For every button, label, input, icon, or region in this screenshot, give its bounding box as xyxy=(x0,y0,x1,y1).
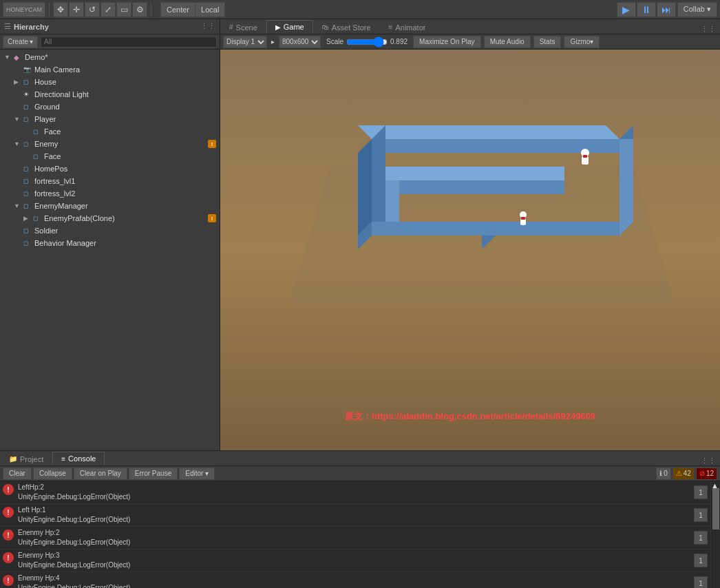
tab-animator[interactable]: ≡ Animator xyxy=(380,20,435,34)
game-panel: # Scene ▶ Game 🛍 Asset Store ≡ Animator … xyxy=(220,19,720,450)
log-count-5: 1 xyxy=(694,576,708,588)
move-tool[interactable]: ✛ xyxy=(69,2,84,17)
log-entry-4[interactable]: ! Enenmy Hp:3 UnityEngine.Debug:LogError… xyxy=(0,549,710,572)
error-pause-button[interactable]: Error Pause xyxy=(129,468,178,480)
log-text-5: Enenmy Hp:4 UnityEngine.Debug:LogError(O… xyxy=(18,574,691,588)
pause-button[interactable]: ⏸ xyxy=(637,2,656,17)
badge-warning: ⚠ 42 xyxy=(673,468,695,480)
center-local-toggle[interactable]: Center Local xyxy=(160,2,225,17)
arrow-enemy-prefab: ▶ xyxy=(23,215,33,222)
hierarchy-item-player[interactable]: ▼ ◻ Player xyxy=(0,113,220,125)
collab-button[interactable]: Collab ▾ xyxy=(677,2,717,17)
hierarchy-item-fortress1[interactable]: ◻ fortress_lvl1 xyxy=(0,175,220,187)
mute-audio-btn[interactable]: Mute Audio xyxy=(484,36,531,48)
log-line1-3: Enenmy Hp:2 xyxy=(18,528,691,538)
scroll-thumb[interactable] xyxy=(712,488,719,529)
label-face-2: Face xyxy=(44,152,61,160)
svg-rect-16 xyxy=(583,155,587,158)
honeycam-logo: HONEYCAM xyxy=(3,2,45,17)
log-scrollbar[interactable]: ▲ xyxy=(710,481,720,588)
hierarchy-item-enemy[interactable]: ▼ ◻ Enemy ! xyxy=(0,138,220,150)
editor-button[interactable]: Editor ▾ xyxy=(179,468,215,480)
bottom-tabs-menu[interactable]: ⋮⋮ xyxy=(697,456,720,465)
collapse-button[interactable]: Collapse xyxy=(33,468,72,480)
log-count-4: 1 xyxy=(694,554,708,567)
hierarchy-item-fortress2[interactable]: ◻ fortress_lvl2 xyxy=(0,187,220,200)
hierarchy-item-homepos[interactable]: ◻ HomePos xyxy=(0,162,220,175)
console-toolbar: Clear Collapse Clear on Play Error Pause… xyxy=(0,466,720,481)
hierarchy-item-enemy-manager[interactable]: ▼ ◻ EnemyManager xyxy=(0,200,220,212)
scene-icon: ◆ xyxy=(14,54,23,61)
center-label[interactable]: Center xyxy=(161,3,195,17)
svg-marker-10 xyxy=(358,139,372,235)
hierarchy-item-behavior-manager[interactable]: ◻ Behavior Manager xyxy=(0,237,220,249)
resolution-select[interactable]: 800x600 xyxy=(279,36,321,48)
rect-tool[interactable]: ▭ xyxy=(116,2,131,17)
tab-game[interactable]: ▶ Game xyxy=(266,20,313,34)
label-player: Player xyxy=(34,115,56,123)
maximize-on-play-btn[interactable]: Maximize On Play xyxy=(413,36,481,48)
scene-label: Demo* xyxy=(25,53,48,61)
hierarchy-item-house[interactable]: ▶ ◻ House xyxy=(0,76,220,88)
label-ground: Ground xyxy=(34,103,60,111)
scale-slider[interactable] xyxy=(346,38,388,46)
log-text-2: Left Hp:1 UnityEngine.Debug:LogError(Obj… xyxy=(18,505,691,525)
log-line2-5: UnityEngine.Debug:LogError(Object) xyxy=(18,583,691,588)
bottom-tabs-bar: 📁 Project ≡ Console ⋮⋮ xyxy=(0,451,720,466)
log-entry-5[interactable]: ! Enenmy Hp:4 UnityEngine.Debug:LogError… xyxy=(0,572,710,588)
rotate-tool[interactable]: ↺ xyxy=(85,2,100,17)
gizmos-btn[interactable]: Gizmo ▾ xyxy=(564,36,600,48)
hierarchy-item-soldier[interactable]: ◻ Soldier xyxy=(0,224,220,237)
log-line1-2: Left Hp:1 xyxy=(18,505,691,515)
hierarchy-item-face-1[interactable]: ◻ Face xyxy=(0,125,220,138)
log-entry-2[interactable]: ! Left Hp:1 UnityEngine.Debug:LogError(O… xyxy=(0,504,710,527)
scene-arrow: ▼ xyxy=(4,54,14,61)
log-icon-5: ! xyxy=(3,575,14,586)
multi-tool[interactable]: ⚙ xyxy=(132,2,147,17)
hierarchy-item-face-2[interactable]: ◻ Face xyxy=(0,150,220,162)
tab-asset-store[interactable]: 🛍 Asset Store xyxy=(313,20,380,34)
log-container: ! LeftHp:2 UnityEngine.Debug:LogError(Ob… xyxy=(0,481,720,588)
scale-tool[interactable]: ⤢ xyxy=(100,2,116,17)
log-entry-3[interactable]: ! Enenmy Hp:2 UnityEngine.Debug:LogError… xyxy=(0,527,710,549)
display-select[interactable]: Display 1 xyxy=(223,36,267,48)
clear-on-play-button[interactable]: Clear on Play xyxy=(74,468,127,480)
hierarchy-item-enemy-prefab[interactable]: ▶ ◻ EnemyPrafab(Clone) ! xyxy=(0,212,220,224)
log-line2-1: UnityEngine.Debug:LogError(Object) xyxy=(18,492,691,502)
face2-icon: ◻ xyxy=(33,153,43,160)
hierarchy-item-ground[interactable]: ◻ Ground xyxy=(0,101,220,113)
tab-console[interactable]: ≡ Console xyxy=(52,452,105,465)
arrow-player: ▼ xyxy=(14,116,23,123)
stats-btn[interactable]: Stats xyxy=(533,36,562,48)
hierarchy-item-directional-light[interactable]: ☀ Directional Light xyxy=(0,88,220,101)
hand-tool[interactable]: ✥ xyxy=(53,2,68,17)
step-button[interactable]: ⏭ xyxy=(657,2,676,17)
fortress2-icon: ◻ xyxy=(23,190,33,197)
svg-marker-8 xyxy=(385,180,399,222)
err-icon: ⊘ xyxy=(699,470,705,477)
tab-scene[interactable]: # Scene xyxy=(220,20,266,34)
log-icon-3: ! xyxy=(3,529,14,540)
soldier-icon: ◻ xyxy=(23,227,33,234)
clear-button[interactable]: Clear xyxy=(3,468,32,480)
create-button[interactable]: Create ▾ xyxy=(3,36,38,48)
hierarchy-search[interactable] xyxy=(41,36,217,48)
log-entry-1[interactable]: ! LeftHp:2 UnityEngine.Debug:LogError(Ob… xyxy=(0,481,710,504)
scene-root[interactable]: ▼ ◆ Demo* xyxy=(0,51,220,63)
label-soldier: Soldier xyxy=(34,227,58,235)
local-label[interactable]: Local xyxy=(195,3,224,17)
hierarchy-menu[interactable]: ⋮⋮ xyxy=(200,22,215,31)
badge-info: ℹ 0 xyxy=(656,468,671,480)
log-icon-1: ! xyxy=(3,484,14,495)
hierarchy-item-main-camera[interactable]: 📷 Main Camera xyxy=(0,63,220,76)
tabs-menu[interactable]: ⋮⋮ xyxy=(697,25,720,34)
scroll-up-btn[interactable]: ▲ xyxy=(711,481,720,487)
label-face-1: Face xyxy=(44,127,61,136)
enemy-prefab-icon: ◻ xyxy=(33,215,43,222)
log-line2-2: UnityEngine.Debug:LogError(Object) xyxy=(18,515,691,525)
tab-project[interactable]: 📁 Project xyxy=(0,452,52,465)
play-button[interactable]: ▶ xyxy=(617,2,636,17)
homepos-icon: ◻ xyxy=(23,165,33,172)
bottom-panels: 📁 Project ≡ Console ⋮⋮ Clear Collapse Cl… xyxy=(0,450,720,588)
log-line1-4: Enenmy Hp:3 xyxy=(18,551,691,560)
